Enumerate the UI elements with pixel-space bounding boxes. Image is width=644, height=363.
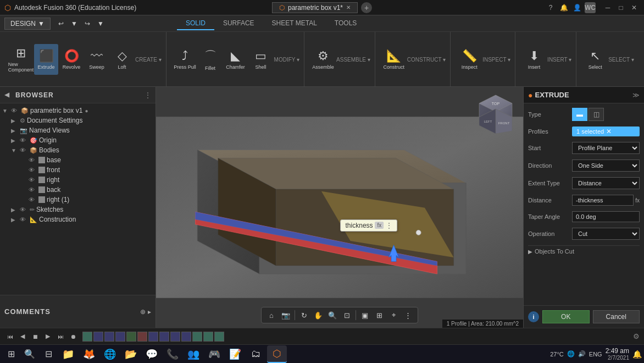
taper-input[interactable] xyxy=(572,211,640,222)
taskbar-fusion[interactable]: ⬡ xyxy=(267,345,287,363)
vt-home-btn[interactable]: ⌂ xyxy=(265,309,278,322)
tool-sweep[interactable]: 〰 Sweep xyxy=(85,44,109,75)
timeline-item[interactable] xyxy=(170,332,180,342)
tree-item-right[interactable]: 👁 right xyxy=(0,175,156,185)
timeline-settings-btn[interactable]: ⚙ xyxy=(633,332,640,340)
tool-new-component[interactable]: ⊞ New Component xyxy=(9,44,33,75)
tab-sheet-metal[interactable]: SHEET METAL xyxy=(263,17,326,30)
tab-solid[interactable]: SOLID xyxy=(177,17,214,30)
timeline-item[interactable] xyxy=(93,332,103,342)
direction-select[interactable]: One Side xyxy=(572,160,640,172)
browser-options-btn[interactable]: ⋮ xyxy=(145,91,151,99)
expand-icon[interactable]: ▶ xyxy=(11,207,20,213)
timeline-item[interactable] xyxy=(181,332,191,342)
tool-press-pull[interactable]: ⤴ Press Pull xyxy=(173,44,197,75)
icon-account[interactable]: 👤 xyxy=(571,2,582,13)
win-minimize[interactable]: ─ xyxy=(602,2,613,13)
timeline-item[interactable] xyxy=(126,332,136,342)
eye-icon[interactable]: 👁 xyxy=(29,196,37,203)
design-dropdown[interactable]: DESIGN ▼ xyxy=(4,18,51,30)
anim-play-btn[interactable]: ▶ xyxy=(42,331,53,342)
undo-dropdown[interactable]: ▼ xyxy=(68,18,80,30)
vt-zoom-btn[interactable]: 🔍 xyxy=(326,309,339,322)
vt-orbit-btn[interactable]: ↻ xyxy=(297,309,310,322)
taskbar-discord[interactable]: 🎮 xyxy=(204,345,224,363)
tab-tools[interactable]: TOOLS xyxy=(326,17,365,30)
timeline-item[interactable] xyxy=(104,332,114,342)
anim-stop-btn[interactable]: ⏹ xyxy=(30,331,41,342)
tree-item-doc-settings[interactable]: ▶ ⚙ Document Settings xyxy=(0,116,156,125)
taskbar-file-explorer[interactable]: 📁 xyxy=(58,345,78,363)
taskbar-whatsapp[interactable]: 💬 xyxy=(142,345,162,363)
expand-icon[interactable]: ▼ xyxy=(2,108,11,114)
comments-toggle-btn[interactable]: ▸ xyxy=(148,308,151,316)
task-view-button[interactable]: ⊟ xyxy=(40,345,57,363)
tree-item-named-views[interactable]: ▶ 📷 Named Views xyxy=(0,125,156,135)
distance-formula-btn[interactable]: fx xyxy=(635,197,640,204)
timeline-item[interactable] xyxy=(115,332,125,342)
taskbar-skype[interactable]: 📞 xyxy=(163,345,182,363)
timeline-item[interactable] xyxy=(159,332,169,342)
profile-badge[interactable]: 1 selected ✕ xyxy=(572,127,640,136)
tree-item-sketches[interactable]: ▶ 👁 ✏ Sketches xyxy=(0,205,156,215)
win-maximize[interactable]: □ xyxy=(615,2,626,13)
eye-icon[interactable]: 👁 xyxy=(29,177,37,183)
tool-loft[interactable]: ◇ Loft xyxy=(110,44,134,75)
tree-item-construction[interactable]: ▶ 👁 📐 Construction xyxy=(0,215,156,224)
start-button[interactable]: ⊞ xyxy=(2,345,20,363)
start-select[interactable]: Profile Plane xyxy=(572,142,640,154)
browser-collapse-btn[interactable]: ◀ xyxy=(4,91,13,100)
tool-assemble[interactable]: ⚙ Assemble xyxy=(311,44,335,75)
vt-camera-btn[interactable]: 📷 xyxy=(279,309,292,322)
taskbar-files[interactable]: 📂 xyxy=(121,345,141,363)
tool-inspect[interactable]: 📏 Inspect xyxy=(457,44,481,75)
undo-button[interactable]: ↩ xyxy=(55,18,67,30)
expand-icon[interactable]: ▶ xyxy=(11,128,20,134)
timeline-item[interactable] xyxy=(148,332,158,342)
tooltip-menu[interactable]: ⋮ xyxy=(386,222,392,229)
anim-prev-btn[interactable]: ◀ xyxy=(17,331,28,342)
user-badge[interactable]: WC xyxy=(585,2,596,13)
vt-fit-btn[interactable]: ⊡ xyxy=(340,309,353,322)
tree-item-front[interactable]: 👁 front xyxy=(0,165,156,175)
expand-icon[interactable]: ▼ xyxy=(11,147,20,153)
eye-icon[interactable]: 👁 xyxy=(29,186,37,193)
expand-icon[interactable]: ▶ xyxy=(11,118,20,124)
vt-display-btn[interactable]: ▣ xyxy=(358,309,371,322)
icon-help[interactable]: ? xyxy=(545,2,556,13)
comments-add-btn[interactable]: ⊕ xyxy=(140,308,146,316)
eye-icon[interactable]: 👁 xyxy=(29,167,37,173)
close-tab-button[interactable]: ✕ xyxy=(346,4,351,10)
anim-record-btn[interactable]: ⏺ xyxy=(68,331,79,342)
taskbar-teams[interactable]: 👥 xyxy=(184,345,203,363)
timeline-item[interactable] xyxy=(203,332,213,342)
timeline-item[interactable] xyxy=(214,332,224,342)
vt-more-btn[interactable]: ⋮ xyxy=(401,309,414,322)
viewcube[interactable]: TOP LEFT FRONT xyxy=(474,92,518,136)
tree-item-back[interactable]: 👁 back xyxy=(0,185,156,195)
extrude-collapse-btn[interactable]: ≫ xyxy=(632,91,640,99)
tool-extrude[interactable]: ⬛ Extrude xyxy=(34,44,58,75)
icon-notification[interactable]: 🔔 xyxy=(558,2,569,13)
extent-select[interactable]: Distance xyxy=(572,177,640,189)
tree-item-root[interactable]: ▼ 👁 📦 parametric box v1 ● xyxy=(0,106,156,116)
tree-item-right1[interactable]: 👁 right (1) xyxy=(0,195,156,205)
objects-to-cut-section[interactable]: ▶ Objects To Cut xyxy=(528,245,640,257)
vt-grid-btn[interactable]: ⊞ xyxy=(373,309,386,322)
viewport[interactable]: thickness fx ⋮ xyxy=(156,87,523,328)
vt-pan-btn[interactable]: ✋ xyxy=(312,309,325,322)
eye-icon[interactable]: 👁 xyxy=(20,216,29,223)
tree-item-bodies[interactable]: ▼ 👁 📦 Bodies xyxy=(0,145,156,155)
taskbar-word[interactable]: 📝 xyxy=(225,345,245,363)
expand-icon[interactable]: ▶ xyxy=(11,217,20,223)
type-surface-btn[interactable]: ◫ xyxy=(589,108,604,121)
notifications-icon[interactable]: 🔔 xyxy=(632,350,642,359)
eye-icon[interactable]: 👁 xyxy=(20,147,29,153)
eye-icon[interactable]: 👁 xyxy=(11,107,20,114)
timeline-item[interactable] xyxy=(82,332,92,342)
tool-revolve[interactable]: ⭕ Revolve xyxy=(59,44,84,75)
tab-surface[interactable]: SURFACE xyxy=(214,17,263,30)
anim-start-btn[interactable]: ⏮ xyxy=(4,331,15,342)
tool-construct[interactable]: 📐 Construct xyxy=(382,44,406,75)
tool-chamfer[interactable]: ◣ Chamfer xyxy=(224,44,248,75)
